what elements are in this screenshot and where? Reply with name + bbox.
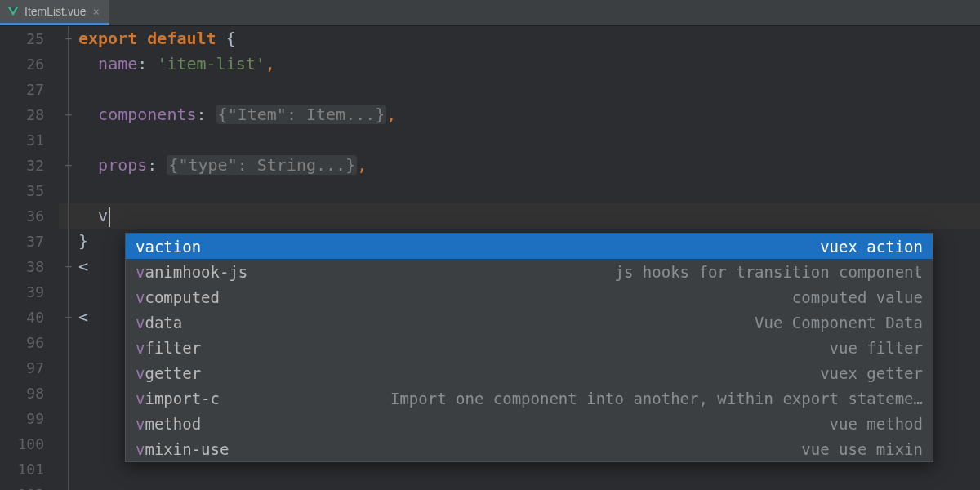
fold-toggle [59,381,78,406]
fold-toggle [59,178,78,203]
tab-filename: ItemList.vue [24,5,86,18]
line-number: 32 [0,153,44,178]
line-number: 28 [0,102,44,127]
line-number: 27 [0,77,44,102]
autocomplete-item[interactable]: vanimhook-jsjs hooks for transition comp… [126,259,933,284]
autocomplete-label: vaction [136,238,201,256]
line-number-gutter: 2526272831323536373839409697989910010110… [0,26,59,490]
autocomplete-label: vfilter [136,339,201,357]
line-number: 38 [0,254,44,279]
line-number: 37 [0,229,44,254]
line-number: 39 [0,279,44,305]
autocomplete-popup[interactable]: vactionvuex actionvanimhook-jsjs hooks f… [125,233,933,462]
line-number: 101 [0,457,44,482]
fold-toggle [59,482,78,490]
code-editor[interactable]: 2526272831323536373839409697989910010110… [0,26,980,490]
line-number: 97 [0,355,44,381]
line-number: 98 [0,381,44,406]
autocomplete-item[interactable]: vcomputedcomputed value [126,284,933,310]
autocomplete-description: vue method [830,415,923,433]
fold-toggle [59,457,78,482]
fold-toggle [59,355,78,381]
autocomplete-item[interactable]: vmixin-usevue use mixin [126,436,933,461]
autocomplete-description: vuex getter [820,364,923,382]
line-number: 100 [0,431,44,457]
autocomplete-item[interactable]: vmethodvue method [126,411,933,436]
fold-column: −++−+ [59,26,78,490]
autocomplete-label: vimport-c [136,390,220,408]
folded-region[interactable]: {"Item": Item...} [216,105,387,124]
line-number: 99 [0,406,44,431]
fold-toggle[interactable]: − [59,254,78,279]
autocomplete-item[interactable]: vactionvuex action [126,234,933,259]
autocomplete-item[interactable]: vdataVue Component Data [126,310,933,335]
autocomplete-label: vmethod [136,415,201,433]
text-caret [109,207,110,227]
line-number: 31 [0,127,44,153]
autocomplete-label: vgetter [136,364,201,382]
tab-bar: ItemList.vue × [0,0,980,26]
vue-file-icon [7,5,20,18]
autocomplete-description: js hooks for transition component [615,263,924,281]
line-number: 40 [0,305,44,330]
fold-toggle[interactable]: + [59,305,78,330]
fold-toggle [59,77,78,102]
line-number: 96 [0,330,44,355]
fold-toggle[interactable]: + [59,153,78,178]
fold-toggle [59,330,78,355]
autocomplete-item[interactable]: vgettervuex getter [126,360,933,385]
autocomplete-description: computed value [792,288,923,306]
autocomplete-description: Vue Component Data [755,314,923,332]
autocomplete-description: vue filter [830,339,923,357]
autocomplete-description: vue use mixin [801,440,923,458]
autocomplete-item[interactable]: vimport-cImport one component into anoth… [126,385,933,411]
autocomplete-description: Import one component into another, withi… [390,390,923,408]
autocomplete-label: vdata [136,314,182,332]
fold-toggle [59,51,78,77]
autocomplete-label: vanimhook-js [136,263,247,281]
fold-toggle [59,406,78,431]
line-number: 102 [0,482,44,490]
autocomplete-label: vmixin-use [136,440,229,458]
fold-toggle[interactable]: − [59,26,78,51]
fold-toggle[interactable]: + [59,102,78,127]
line-number: 36 [0,203,44,229]
autocomplete-label: vcomputed [136,288,220,306]
line-number: 25 [0,26,44,51]
fold-toggle [59,279,78,305]
fold-toggle [59,203,78,229]
close-icon[interactable]: × [91,5,100,18]
line-number: 26 [0,51,44,77]
autocomplete-description: vuex action [820,238,923,256]
fold-toggle [59,229,78,254]
file-tab[interactable]: ItemList.vue × [0,0,109,25]
fold-toggle [59,127,78,153]
fold-toggle [59,431,78,457]
folded-region[interactable]: {"type": String...} [167,155,357,175]
line-number: 35 [0,178,44,203]
autocomplete-item[interactable]: vfiltervue filter [126,335,933,360]
